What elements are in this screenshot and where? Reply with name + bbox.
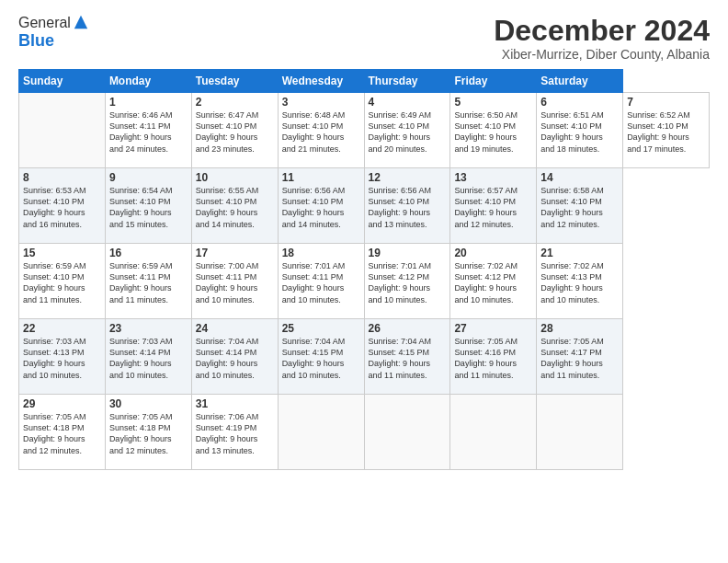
calendar-cell: 13Sunrise: 6:57 AM Sunset: 4:10 PM Dayli… [450,168,537,244]
day-number: 21 [540,247,619,259]
col-tuesday: Tuesday [191,70,278,93]
day-number: 29 [23,397,101,410]
day-number: 6 [540,96,619,109]
day-number: 10 [196,171,274,184]
day-info: Sunrise: 6:47 AM Sunset: 4:10 PM Dayligh… [196,109,274,155]
calendar-cell: 20Sunrise: 7:02 AM Sunset: 4:12 PM Dayli… [450,244,537,319]
day-info: Sunrise: 7:01 AM Sunset: 4:11 PM Dayligh… [282,260,360,305]
day-info: Sunrise: 7:02 AM Sunset: 4:12 PM Dayligh… [454,260,532,305]
day-info: Sunrise: 6:57 AM Sunset: 4:10 PM Dayligh… [454,185,532,230]
calendar-cell: 2Sunrise: 6:47 AM Sunset: 4:10 PM Daylig… [191,93,278,168]
day-info: Sunrise: 7:05 AM Sunset: 4:17 PM Dayligh… [540,336,619,381]
page: General Blue December 2024 Xiber-Murrize… [0,0,728,563]
day-number: 27 [454,322,532,335]
day-info: Sunrise: 6:48 AM Sunset: 4:10 PM Dayligh… [282,109,360,155]
day-info: Sunrise: 7:05 AM Sunset: 4:18 PM Dayligh… [23,411,101,456]
day-number: 30 [109,397,188,410]
calendar-cell [278,395,364,470]
day-number: 3 [282,96,360,109]
day-info: Sunrise: 6:52 AM Sunset: 4:10 PM Dayligh… [627,109,705,155]
calendar-cell: 15Sunrise: 6:59 AM Sunset: 4:10 PM Dayli… [19,244,106,319]
day-info: Sunrise: 7:06 AM Sunset: 4:19 PM Dayligh… [196,411,274,456]
day-info: Sunrise: 6:59 AM Sunset: 4:10 PM Dayligh… [23,260,101,305]
calendar-cell: 27Sunrise: 7:05 AM Sunset: 4:16 PM Dayli… [450,319,537,395]
day-number: 11 [282,171,360,184]
calendar-week-3: 22Sunrise: 7:03 AM Sunset: 4:13 PM Dayli… [19,319,710,395]
logo-icon [73,14,89,30]
col-saturday: Saturday [537,70,623,93]
calendar-cell: 9Sunrise: 6:54 AM Sunset: 4:10 PM Daylig… [105,168,191,244]
calendar-header-row: Sunday Monday Tuesday Wednesday Thursday… [19,70,710,93]
calendar-cell: 12Sunrise: 6:56 AM Sunset: 4:10 PM Dayli… [364,168,450,244]
col-friday: Friday [450,70,537,93]
calendar-cell: 18Sunrise: 7:01 AM Sunset: 4:11 PM Dayli… [278,244,364,319]
day-number: 18 [282,247,360,259]
day-info: Sunrise: 7:05 AM Sunset: 4:18 PM Dayligh… [109,411,188,456]
day-number: 20 [454,247,532,259]
day-number: 9 [109,171,188,184]
day-number: 8 [23,171,101,184]
day-info: Sunrise: 6:50 AM Sunset: 4:10 PM Dayligh… [454,109,532,155]
calendar-week-0: 1Sunrise: 6:46 AM Sunset: 4:11 PM Daylig… [19,93,710,168]
day-info: Sunrise: 6:56 AM Sunset: 4:10 PM Dayligh… [369,185,447,230]
calendar-table: Sunday Monday Tuesday Wednesday Thursday… [18,69,710,470]
location-subtitle: Xiber-Murrize, Diber County, Albania [494,47,710,62]
day-number: 28 [540,322,619,335]
logo-general-text: General [18,15,71,31]
day-info: Sunrise: 6:46 AM Sunset: 4:11 PM Dayligh… [109,109,188,155]
day-number: 23 [109,322,188,335]
calendar-week-2: 15Sunrise: 6:59 AM Sunset: 4:10 PM Dayli… [19,244,710,319]
day-info: Sunrise: 6:59 AM Sunset: 4:11 PM Dayligh… [109,260,188,305]
calendar-cell: 28Sunrise: 7:05 AM Sunset: 4:17 PM Dayli… [537,319,623,395]
month-title: December 2024 [494,15,710,47]
calendar-cell: 4Sunrise: 6:49 AM Sunset: 4:10 PM Daylig… [364,93,450,168]
calendar-cell: 23Sunrise: 7:03 AM Sunset: 4:14 PM Dayli… [105,319,191,395]
calendar-cell: 22Sunrise: 7:03 AM Sunset: 4:13 PM Dayli… [19,319,106,395]
day-number: 24 [196,322,274,335]
day-info: Sunrise: 6:54 AM Sunset: 4:10 PM Dayligh… [109,185,188,230]
calendar-cell [19,93,106,168]
calendar-cell: 16Sunrise: 6:59 AM Sunset: 4:11 PM Dayli… [105,244,191,319]
day-number: 4 [369,96,447,109]
day-info: Sunrise: 7:03 AM Sunset: 4:14 PM Dayligh… [109,336,188,381]
calendar-cell: 26Sunrise: 7:04 AM Sunset: 4:15 PM Dayli… [364,319,450,395]
day-info: Sunrise: 7:05 AM Sunset: 4:16 PM Dayligh… [454,336,532,381]
day-number: 31 [196,397,274,410]
col-sunday: Sunday [19,70,106,93]
title-block: December 2024 Xiber-Murrize, Diber Count… [494,15,710,62]
calendar-cell: 21Sunrise: 7:02 AM Sunset: 4:13 PM Dayli… [537,244,623,319]
calendar-cell: 1Sunrise: 6:46 AM Sunset: 4:11 PM Daylig… [105,93,191,168]
day-number: 22 [23,322,101,335]
logo: General Blue [18,15,89,51]
calendar-cell: 11Sunrise: 6:56 AM Sunset: 4:10 PM Dayli… [278,168,364,244]
calendar-cell: 19Sunrise: 7:01 AM Sunset: 4:12 PM Dayli… [364,244,450,319]
day-number: 25 [282,322,360,335]
calendar-cell: 8Sunrise: 6:53 AM Sunset: 4:10 PM Daylig… [19,168,106,244]
svg-marker-0 [74,16,87,29]
header: General Blue December 2024 Xiber-Murrize… [18,15,710,62]
calendar-cell [537,395,623,470]
calendar-cell: 7Sunrise: 6:52 AM Sunset: 4:10 PM Daylig… [623,93,710,168]
calendar-cell: 24Sunrise: 7:04 AM Sunset: 4:14 PM Dayli… [191,319,278,395]
calendar-week-1: 8Sunrise: 6:53 AM Sunset: 4:10 PM Daylig… [19,168,710,244]
logo-blue-text: Blue [18,31,89,51]
calendar-cell: 31Sunrise: 7:06 AM Sunset: 4:19 PM Dayli… [191,395,278,470]
day-info: Sunrise: 7:04 AM Sunset: 4:14 PM Dayligh… [196,336,274,381]
day-info: Sunrise: 6:55 AM Sunset: 4:10 PM Dayligh… [196,185,274,230]
day-number: 7 [627,96,705,109]
day-info: Sunrise: 6:53 AM Sunset: 4:10 PM Dayligh… [23,185,101,230]
calendar-cell: 30Sunrise: 7:05 AM Sunset: 4:18 PM Dayli… [105,395,191,470]
day-info: Sunrise: 6:49 AM Sunset: 4:10 PM Dayligh… [369,109,447,155]
day-info: Sunrise: 7:02 AM Sunset: 4:13 PM Dayligh… [540,260,619,305]
day-info: Sunrise: 6:56 AM Sunset: 4:10 PM Dayligh… [282,185,360,230]
day-number: 17 [196,247,274,259]
calendar-cell [450,395,537,470]
day-info: Sunrise: 7:00 AM Sunset: 4:11 PM Dayligh… [196,260,274,305]
day-number: 15 [23,247,101,259]
calendar-cell: 5Sunrise: 6:50 AM Sunset: 4:10 PM Daylig… [450,93,537,168]
day-number: 14 [540,171,619,184]
day-number: 16 [109,247,188,259]
day-number: 26 [369,322,447,335]
day-number: 5 [454,96,532,109]
day-info: Sunrise: 7:04 AM Sunset: 4:15 PM Dayligh… [282,336,360,381]
